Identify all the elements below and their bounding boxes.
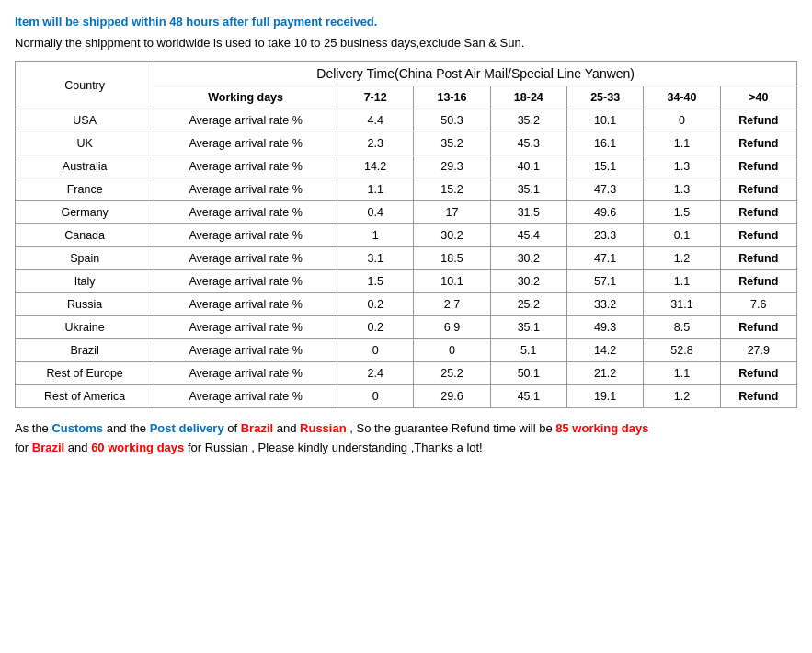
footer-prefix: As the — [15, 421, 51, 435]
table-cell-v1: 0.2 — [337, 293, 413, 316]
table-cell-v2: 17 — [414, 201, 490, 224]
table-row: Australia — [16, 155, 154, 178]
table-cell-v6: Refund — [720, 247, 796, 270]
table-row: Germany — [16, 201, 154, 224]
table-row: Brazil — [16, 339, 154, 362]
table-cell-v5: 1.2 — [644, 385, 720, 408]
table-cell-v3: 25.2 — [490, 293, 566, 316]
table-cell-v2: 50.3 — [414, 109, 490, 132]
table-cell-working: Average arrival rate % — [154, 155, 337, 178]
table-cell-v6: Refund — [720, 178, 796, 201]
table-cell-v3: 5.1 — [490, 339, 566, 362]
table-cell-v2: 29.6 — [414, 385, 490, 408]
table-cell-v2: 35.2 — [414, 132, 490, 155]
table-cell-v3: 45.4 — [490, 224, 566, 247]
table-cell-v5: 1.1 — [644, 362, 720, 385]
notice-normal: Normally the shippment to worldwide is u… — [15, 36, 797, 50]
table-cell-v4: 19.1 — [566, 385, 643, 408]
table-cell-v4: 15.1 — [566, 155, 643, 178]
table-cell-working: Average arrival rate % — [154, 339, 337, 362]
table-cell-v4: 14.2 — [566, 339, 643, 362]
col-header-main: Delivery Time(China Post Air Mail/Specia… — [154, 62, 797, 86]
table-cell-v1: 0 — [337, 385, 413, 408]
table-cell-v6: Refund — [720, 316, 796, 339]
table-cell-v6: Refund — [720, 362, 796, 385]
table-cell-v2: 30.2 — [414, 224, 490, 247]
footer-and: and — [273, 421, 300, 435]
table-cell-working: Average arrival rate % — [154, 385, 337, 408]
footer-85days: 85 working days — [555, 421, 648, 435]
table-cell-v6: Refund — [720, 201, 796, 224]
table-cell-v1: 1.5 — [337, 270, 413, 293]
footer-and2: and — [64, 441, 91, 454]
table-cell-v1: 1.1 — [337, 178, 413, 201]
table-cell-v2: 10.1 — [414, 270, 490, 293]
col-header-34-40: 34-40 — [644, 86, 720, 109]
table-cell-working: Average arrival rate % — [154, 224, 337, 247]
table-cell-working: Average arrival rate % — [154, 201, 337, 224]
footer-brazil2: Brazil — [32, 441, 64, 454]
table-cell-v1: 2.3 — [337, 132, 413, 155]
col-header-gt40: >40 — [720, 86, 796, 109]
table-cell-v2: 18.5 — [414, 247, 490, 270]
table-cell-working: Average arrival rate % — [154, 316, 337, 339]
table-cell-v3: 45.3 — [490, 132, 566, 155]
table-body: USA Average arrival rate % 4.4 50.3 35.2… — [16, 109, 797, 408]
table-cell-v3: 30.2 — [490, 270, 566, 293]
col-header-7-12: 7-12 — [337, 86, 413, 109]
table-cell-v3: 35.1 — [490, 178, 566, 201]
table-cell-v1: 2.4 — [337, 362, 413, 385]
table-cell-v1: 14.2 — [337, 155, 413, 178]
table-cell-v3: 50.1 — [490, 362, 566, 385]
table-cell-v4: 57.1 — [566, 270, 643, 293]
table-cell-v5: 1.1 — [644, 132, 720, 155]
table-cell-v2: 15.2 — [414, 178, 490, 201]
table-cell-v5: 0.1 — [644, 224, 720, 247]
table-cell-v1: 3.1 — [337, 247, 413, 270]
table-row: France — [16, 178, 154, 201]
footer-suffix: for Russian , Please kindly understandin… — [184, 441, 482, 454]
table-row: Spain — [16, 247, 154, 270]
table-cell-v4: 23.3 — [566, 224, 643, 247]
table-cell-v6: Refund — [720, 109, 796, 132]
table-cell-working: Average arrival rate % — [154, 247, 337, 270]
table-cell-v1: 0.2 — [337, 316, 413, 339]
footer-brazil: Brazil — [241, 421, 273, 435]
table-row: Ukraine — [16, 316, 154, 339]
footer-for: for — [15, 441, 32, 454]
table-cell-v5: 52.8 — [644, 339, 720, 362]
table-cell-v6: Refund — [720, 270, 796, 293]
table-row: UK — [16, 132, 154, 155]
col-header-country: Country — [16, 62, 154, 109]
table-cell-v4: 49.3 — [566, 316, 643, 339]
table-cell-v2: 0 — [414, 339, 490, 362]
table-cell-v5: 1.3 — [644, 155, 720, 178]
table-row: Rest of America — [16, 385, 154, 408]
table-cell-v3: 31.5 — [490, 201, 566, 224]
table-cell-v6: Refund — [720, 132, 796, 155]
footer-mid: , So the guarantee Refund time will be — [347, 421, 556, 435]
table-row: Russia — [16, 293, 154, 316]
table-row: Italy — [16, 270, 154, 293]
table-cell-v6: 7.6 — [720, 293, 796, 316]
table-cell-v6: Refund — [720, 385, 796, 408]
footer-and-post: and the — [103, 421, 150, 435]
table-cell-v2: 25.2 — [414, 362, 490, 385]
table-cell-v5: 1.2 — [644, 247, 720, 270]
table-cell-v5: 0 — [644, 109, 720, 132]
table-row: Rest of Europe — [16, 362, 154, 385]
table-cell-v5: 1.3 — [644, 178, 720, 201]
footer-of: of — [224, 421, 241, 435]
col-header-13-16: 13-16 — [414, 86, 490, 109]
footer-russian: Russian — [300, 421, 347, 435]
table-cell-working: Average arrival rate % — [154, 109, 337, 132]
col-header-working: Working days — [154, 86, 337, 109]
table-row: Canada — [16, 224, 154, 247]
table-cell-v5: 1.1 — [644, 270, 720, 293]
table-cell-working: Average arrival rate % — [154, 293, 337, 316]
table-cell-v6: Refund — [720, 155, 796, 178]
table-cell-working: Average arrival rate % — [154, 178, 337, 201]
notice-top: Item will be shipped within 48 hours aft… — [15, 15, 797, 29]
table-cell-v6: 27.9 — [720, 339, 796, 362]
table-cell-v5: 8.5 — [644, 316, 720, 339]
